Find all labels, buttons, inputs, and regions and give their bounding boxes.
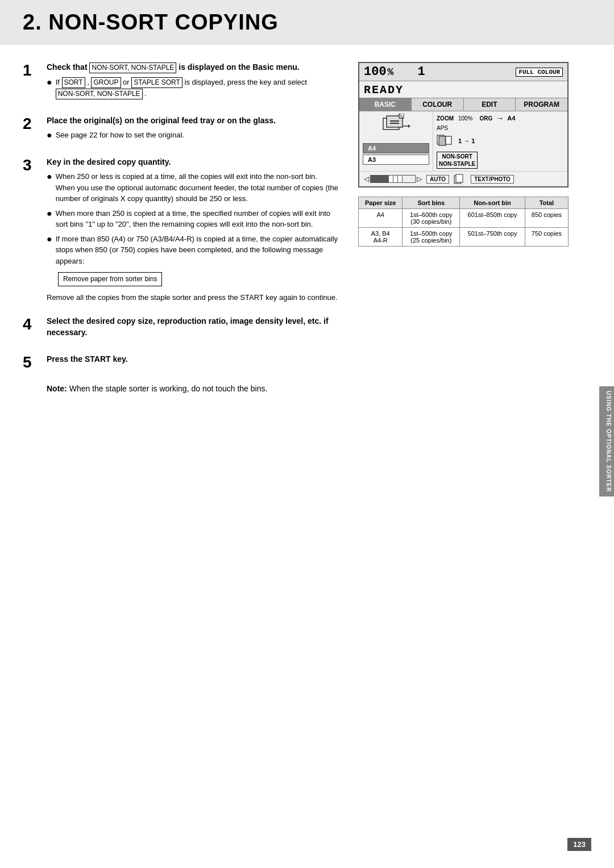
- display-ratio-row: 1 → 1: [437, 135, 564, 147]
- table-header-row: Paper size Sort bins Non-sort bin Total: [359, 197, 569, 209]
- menu-btn-colour[interactable]: COLOUR: [412, 98, 464, 111]
- cell-total-2: 750 copies: [525, 228, 568, 247]
- copy-icon: [363, 114, 429, 140]
- col-non-sort-bin: Non-sort bin: [460, 197, 525, 209]
- svg-rect-3: [390, 123, 399, 124]
- bullet-symbol: ●: [47, 77, 52, 99]
- zoom-display: 100%: [458, 115, 473, 122]
- copier-svg: [382, 114, 410, 136]
- step-content-5: Press the START key.: [47, 354, 341, 372]
- paper-tray-a3[interactable]: A3: [363, 155, 429, 165]
- seg1: [371, 176, 375, 182]
- key-staple-sort: STAPLE SORT: [131, 77, 182, 88]
- arrow-symbol: →: [496, 114, 504, 123]
- text-photo-button[interactable]: TEXT/PHOTO: [471, 175, 514, 183]
- title-section: 2. NON-SORT COPYING: [0, 0, 614, 45]
- col-total: Total: [525, 197, 568, 209]
- svg-rect-2: [390, 120, 399, 122]
- svg-rect-12: [446, 136, 451, 144]
- seg7: [398, 176, 403, 182]
- bullet-text: If SORT , GROUP or STAPLE SORT is displa…: [56, 77, 341, 99]
- bullet-symbol: ●: [47, 233, 52, 267]
- seg4: [384, 176, 389, 182]
- density-right-symbol: ▷: [417, 175, 422, 183]
- display-zoom-copies: 100 % 1: [364, 65, 425, 79]
- key-non-sort-non-staple: NON-SORT, NON-STAPLE: [89, 62, 176, 73]
- step-number-4: 4: [23, 316, 40, 341]
- display-middle-section: A4 A3 ZOOM 100% ORG → A4 APS: [359, 111, 567, 172]
- step-title-1: Check that NON-SORT, NON-STAPLE is displ…: [47, 62, 341, 73]
- density-left-symbol: ◁: [364, 175, 369, 183]
- display-full-colour-label: FULL COLOUR: [516, 68, 563, 77]
- display-left-area: A4 A3: [359, 111, 433, 171]
- bullet-item: ● When more than 250 is copied at a time…: [47, 208, 341, 230]
- step-5: 5 Press the START key.: [23, 354, 341, 372]
- cell-sort-bins-2: 1st–500th copy(25 copies/bin): [403, 228, 460, 247]
- display-menu-row: BASIC COLOUR EDIT PROGRAM: [359, 98, 567, 111]
- table-row: A4 1st–600th copy(30 copies/bin) 601st–8…: [359, 209, 569, 228]
- seg2: [375, 176, 380, 182]
- key-sort: SORT: [62, 77, 85, 88]
- seg6: [393, 176, 398, 182]
- step-3: 3 Key in the desired copy quantity. ● Wh…: [23, 157, 341, 303]
- step-number-3: 3: [23, 157, 40, 303]
- seg5: [389, 176, 393, 182]
- bullet-item: ● When 250 or less is copied at a time, …: [47, 171, 341, 205]
- menu-btn-program[interactable]: PROGRAM: [516, 98, 567, 111]
- col-sort-bins: Sort bins: [403, 197, 460, 209]
- org-label: ORG: [480, 115, 493, 122]
- display-ready: READY: [359, 81, 567, 98]
- copy-ratio: 1 → 1: [458, 137, 475, 144]
- page-container: 2. NON-SORT COPYING 1 Check that NON-SOR…: [0, 0, 614, 868]
- bullet-symbol: ●: [47, 208, 52, 230]
- bullet-text: See page 22 for how to set the original.: [56, 130, 184, 141]
- display-zoom-value: 100: [364, 65, 387, 79]
- display-top-bar: 100 % 1 FULL COLOUR: [359, 63, 567, 81]
- step-1: 1 Check that NON-SORT, NON-STAPLE is dis…: [23, 62, 341, 103]
- cell-paper-size-1: A4: [359, 209, 403, 228]
- ratio-icon-svg: [437, 135, 454, 147]
- display-copies: 1: [417, 65, 425, 79]
- auto-button[interactable]: AUTO: [426, 175, 449, 183]
- bullet-symbol: ●: [47, 130, 52, 141]
- paper-tray-a4[interactable]: A4: [363, 143, 429, 153]
- display-percent: %: [388, 66, 394, 78]
- note-text: When the staple sorter is working, do no…: [69, 384, 268, 393]
- display-zoom-row: ZOOM 100% ORG → A4: [437, 114, 564, 123]
- step-title-2: Place the original(s) on the original fe…: [47, 115, 341, 127]
- message-box: Remove paper from sorter bins: [58, 272, 162, 286]
- main-content: 1 Check that NON-SORT, NON-STAPLE is dis…: [0, 62, 614, 393]
- note-section: Note: When the staple sorter is working,…: [47, 384, 341, 393]
- step-content-3: Key in the desired copy quantity. ● When…: [47, 157, 341, 303]
- non-sort-label: NON-SORTNON-STAPLE: [437, 152, 478, 169]
- svg-rect-14: [456, 174, 463, 182]
- cell-non-sort-2: 501st–750th copy: [460, 228, 525, 247]
- cell-non-sort-1: 601st–850th copy: [460, 209, 525, 228]
- left-column: 1 Check that NON-SORT, NON-STAPLE is dis…: [23, 62, 341, 393]
- zoom-label: ZOOM: [437, 115, 454, 122]
- step-body-1: ● If SORT , GROUP or STAPLE SORT is disp…: [47, 77, 341, 99]
- display-right-area: ZOOM 100% ORG → A4 APS: [433, 111, 567, 171]
- display-bottom-row: ◁ ▷ AUTO: [359, 172, 567, 186]
- display-panel: 100 % 1 FULL COLOUR READY BASIC COLOUR E…: [358, 62, 569, 187]
- step-content-1: Check that NON-SORT, NON-STAPLE is displ…: [47, 62, 341, 103]
- bullet-text: If more than 850 (A4) or 750 (A3/B4/A4-R…: [56, 233, 341, 267]
- menu-btn-basic[interactable]: BASIC: [359, 98, 412, 111]
- bullet-item: ● See page 22 for how to set the origina…: [47, 130, 341, 141]
- bullet-text: When more than 250 is copied at a time, …: [56, 208, 341, 230]
- svg-rect-9: [439, 136, 446, 145]
- copy-icon-small-svg: [454, 174, 466, 184]
- step-4: 4 Select the desired copy size, reproduc…: [23, 316, 341, 341]
- step-number-2: 2: [23, 115, 40, 144]
- right-column: 100 % 1 FULL COLOUR READY BASIC COLOUR E…: [358, 62, 574, 393]
- step-2: 2 Place the original(s) on the original …: [23, 115, 341, 144]
- copy-table: Paper size Sort bins Non-sort bin Total …: [358, 197, 569, 247]
- cell-total-1: 850 copies: [525, 209, 568, 228]
- svg-marker-7: [408, 124, 410, 128]
- step-number-5: 5: [23, 354, 40, 372]
- bullet-symbol: ●: [47, 171, 52, 205]
- org-value: A4: [507, 115, 515, 122]
- bullet-text: When 250 or less is copied at a time, al…: [56, 171, 341, 205]
- menu-btn-edit[interactable]: EDIT: [464, 98, 516, 111]
- step-title-5: Press the START key.: [47, 354, 341, 365]
